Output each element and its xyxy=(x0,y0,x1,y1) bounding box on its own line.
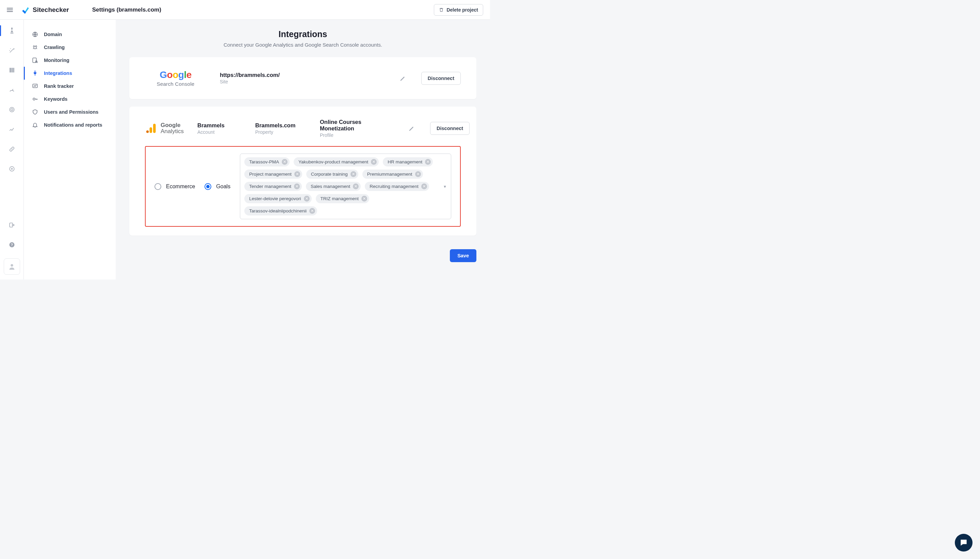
page-title: Settings (brammels.com) xyxy=(92,7,161,13)
gsc-disconnect-button[interactable]: Disconnect xyxy=(421,72,461,85)
remove-tag-icon[interactable]: ✕ xyxy=(425,159,431,165)
svg-rect-3 xyxy=(13,68,14,73)
brand-logo[interactable]: Sitechecker xyxy=(21,5,69,14)
goal-tag: Lester-delovie peregovori✕ xyxy=(244,194,311,203)
remove-tag-icon[interactable]: ✕ xyxy=(294,184,300,189)
ga-property-label: Property xyxy=(255,129,306,135)
rail-icon-add[interactable] xyxy=(6,163,18,175)
goals-multiselect[interactable]: Tarassov-PMA✕Yakubenkov-product manageme… xyxy=(240,154,451,219)
bell-icon xyxy=(31,122,38,128)
ga-brand-top: Google xyxy=(161,122,184,128)
ga-brand: Google Analytics xyxy=(145,122,184,134)
nav-item-label: Domain xyxy=(44,31,62,37)
rail-icon-speed[interactable] xyxy=(6,84,18,96)
remove-tag-icon[interactable]: ✕ xyxy=(353,184,359,189)
globe-icon xyxy=(31,31,38,38)
radio-ecommerce[interactable] xyxy=(155,183,161,190)
nav-item-users-and-permissions[interactable]: Users and Permissions xyxy=(24,106,116,119)
rail-icon-link[interactable] xyxy=(6,143,18,155)
ga-profile-label: Profile xyxy=(320,132,381,138)
gsc-brand: Google Search Console xyxy=(145,69,206,87)
rail-icon-wand[interactable] xyxy=(6,44,18,56)
delete-project-label: Delete project xyxy=(446,7,478,13)
nav-item-domain[interactable]: Domain xyxy=(24,28,116,41)
ga-disconnect-button[interactable]: Disconnect xyxy=(430,122,470,135)
nav-item-keywords[interactable]: Keywords xyxy=(24,93,116,106)
radio-goals-label: Goals xyxy=(216,184,230,190)
nav-item-label: Integrations xyxy=(44,71,72,76)
ga-account-label: Account xyxy=(197,129,242,135)
goal-tag-label: Premiummanagement xyxy=(367,172,412,177)
goal-tag-label: Yakubenkov-product management xyxy=(299,159,368,164)
goal-tag: TRIZ management✕ xyxy=(316,194,370,203)
svg-point-5 xyxy=(11,109,13,111)
brand-name: Sitechecker xyxy=(33,6,69,13)
save-button[interactable]: Save xyxy=(450,249,477,262)
user-avatar[interactable] xyxy=(4,258,20,275)
ga-card: Google Analytics Brammels Account Bramme… xyxy=(129,107,477,236)
remove-tag-icon[interactable]: ✕ xyxy=(421,184,427,189)
remove-tag-icon[interactable]: ✕ xyxy=(294,171,300,177)
gsc-edit-icon[interactable] xyxy=(399,75,406,82)
remove-tag-icon[interactable]: ✕ xyxy=(371,159,377,165)
nav-item-integrations[interactable]: Integrations xyxy=(24,67,116,79)
svg-rect-1 xyxy=(10,68,11,73)
remove-tag-icon[interactable]: ✕ xyxy=(309,208,315,214)
nav-item-label: Monitoring xyxy=(44,58,69,63)
ga-edit-icon[interactable] xyxy=(408,125,415,132)
goal-tag-label: Project management xyxy=(249,172,292,177)
nav-item-label: Notifications and reports xyxy=(44,122,102,128)
delete-project-button[interactable]: Delete project xyxy=(434,4,483,16)
svg-rect-2 xyxy=(11,68,13,73)
nav-item-label: Crawling xyxy=(44,45,64,50)
goal-tag: Corporate training✕ xyxy=(306,170,358,179)
key-icon xyxy=(31,96,38,102)
remove-tag-icon[interactable]: ✕ xyxy=(304,196,310,202)
hamburger-icon[interactable] xyxy=(7,8,13,12)
rail-icon-columns[interactable] xyxy=(6,64,18,76)
svg-rect-17 xyxy=(153,124,156,133)
rail-icon-chess[interactable] xyxy=(6,25,18,37)
goal-tag: Yakubenkov-product management✕ xyxy=(294,157,379,167)
nav-item-label: Keywords xyxy=(44,96,68,102)
goal-tag: Tarassov-idealniipodchinenii✕ xyxy=(244,206,317,215)
goal-tag: Tarassov-PMA✕ xyxy=(244,157,290,167)
radio-ecommerce-label: Ecommerce xyxy=(166,184,195,190)
goal-tag-label: Tarassov-PMA xyxy=(249,159,279,164)
remove-tag-icon[interactable]: ✕ xyxy=(415,171,421,177)
ga-profile-value: Online Courses Monetization xyxy=(320,119,381,132)
nav-item-monitoring[interactable]: Monitoring xyxy=(24,54,116,67)
search-page-icon xyxy=(31,57,38,63)
nav-item-label: Rank tracker xyxy=(44,83,74,89)
nav-item-notifications-and-reports[interactable]: Notifications and reports xyxy=(24,119,116,131)
rail-icon-target[interactable] xyxy=(6,104,18,116)
ga-property-value: Brammels.com xyxy=(255,122,306,129)
rail-icon-trend[interactable] xyxy=(6,123,18,136)
goal-tag-label: Lester-delovie peregovori xyxy=(249,196,301,201)
rank-icon xyxy=(31,83,38,89)
goal-tag-label: Corporate training xyxy=(311,172,348,177)
svg-point-16 xyxy=(33,98,35,100)
nav-item-crawling[interactable]: Crawling xyxy=(24,41,116,54)
nav-item-label: Users and Permissions xyxy=(44,109,98,115)
svg-rect-18 xyxy=(150,127,152,133)
goal-tag: Tender management✕ xyxy=(244,182,302,191)
rail-icon-logout[interactable] xyxy=(6,219,18,231)
svg-text:?: ? xyxy=(10,243,13,247)
gsc-subtitle: Search Console xyxy=(157,81,195,87)
goal-tag-label: Tender management xyxy=(249,184,291,189)
goal-tag: Premiummanagement✕ xyxy=(362,170,423,179)
integrations-heading: Integrations xyxy=(129,29,477,39)
rail-icon-help[interactable]: ? xyxy=(6,239,18,251)
remove-tag-icon[interactable]: ✕ xyxy=(361,196,367,202)
radio-goals[interactable] xyxy=(205,183,211,190)
svg-point-4 xyxy=(10,107,14,112)
svg-point-19 xyxy=(146,131,149,133)
goal-tag-label: TRIZ management xyxy=(320,196,359,201)
goal-tag-label: HR management xyxy=(388,159,422,164)
chevron-down-icon: ▼ xyxy=(443,185,447,189)
remove-tag-icon[interactable]: ✕ xyxy=(350,171,356,177)
nav-item-rank-tracker[interactable]: Rank tracker xyxy=(24,79,116,93)
goal-tag-label: Sales management xyxy=(311,184,350,189)
remove-tag-icon[interactable]: ✕ xyxy=(282,159,287,165)
